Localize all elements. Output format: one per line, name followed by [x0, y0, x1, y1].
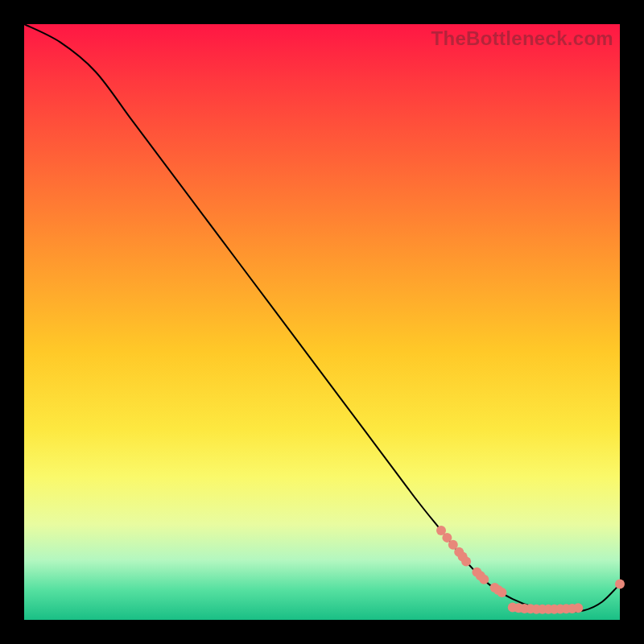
marker-dot	[615, 580, 625, 589]
chart-svg	[24, 24, 620, 620]
marker-dot	[479, 575, 489, 584]
marker-dot	[573, 603, 583, 613]
marker-dot	[497, 588, 506, 597]
data-markers	[436, 526, 625, 614]
chart-area: TheBottleneck.com	[24, 24, 620, 620]
curve-line	[24, 24, 620, 612]
marker-dot	[461, 556, 471, 566]
